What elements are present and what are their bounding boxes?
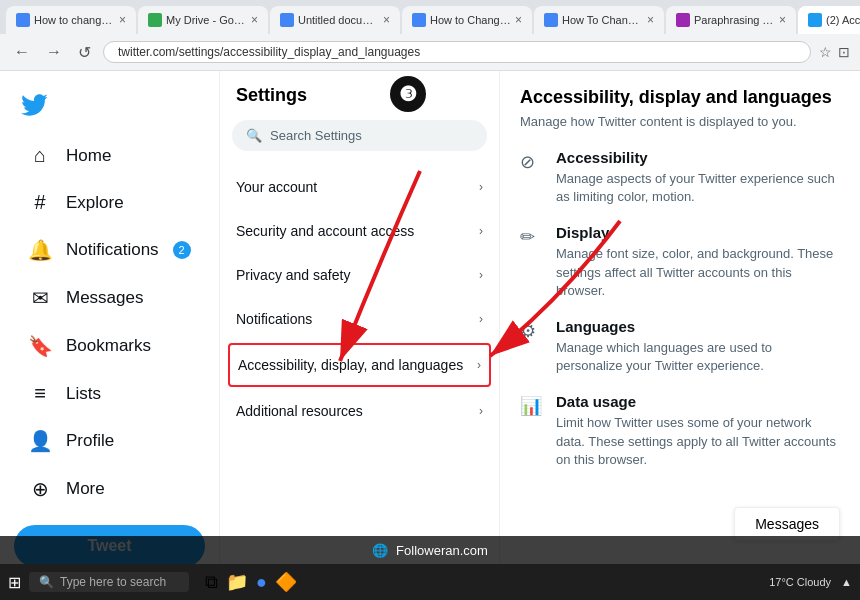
section-desc-display: Manage font size, color, and background.…: [556, 245, 840, 300]
taskbar-up-arrow[interactable]: ▲: [841, 576, 852, 588]
messages-icon: ✉: [28, 286, 52, 310]
home-icon: ⌂: [28, 144, 52, 167]
sidebar-item-more[interactable]: ⊕ More: [8, 467, 211, 511]
settings-panel: Settings 🔍 Search Settings Your account …: [220, 71, 500, 600]
right-content-panel: Accessibility, display and languages Man…: [500, 71, 860, 600]
notifications-icon: 🔔: [28, 238, 52, 262]
extension-icons: ☆⊡: [819, 44, 850, 60]
section-title-languages: Languages: [556, 318, 840, 335]
sidebar-item-notifications[interactable]: 🔔 Notifications 2: [8, 228, 211, 272]
taskbar-right: 17°C Cloudy ▲: [769, 576, 852, 588]
taskbar-pinned-icons: ⧉ 📁 ● 🔶: [205, 571, 297, 593]
taskbar-weather: 17°C Cloudy: [769, 576, 831, 588]
chevron-right-icon: ›: [479, 224, 483, 238]
sidebar-item-messages[interactable]: ✉ Messages: [8, 276, 211, 320]
watermark-text: Followeran.com: [396, 543, 488, 558]
chevron-right-icon: ›: [479, 404, 483, 418]
taskbar-search[interactable]: 🔍 Type here to search: [29, 572, 189, 592]
file-explorer-icon[interactable]: 📁: [226, 571, 248, 593]
tab-4[interactable]: How to Change ... ×: [402, 6, 532, 34]
section-title-accessibility: Accessibility: [556, 149, 840, 166]
settings-title: Settings: [220, 85, 499, 120]
display-section[interactable]: ✏ Display Manage font size, color, and b…: [520, 224, 840, 300]
display-icon: ✏: [520, 226, 542, 248]
tab-3[interactable]: Untitled docume... ×: [270, 6, 400, 34]
taskbar: ⊞ 🔍 Type here to search ⧉ 📁 ● 🔶 17°C Clo…: [0, 564, 860, 600]
twitter-logo[interactable]: [0, 81, 219, 132]
settings-item-security[interactable]: Security and account access ›: [220, 209, 499, 253]
sidebar-item-bookmarks[interactable]: 🔖 Bookmarks: [8, 324, 211, 368]
left-sidebar: ⌂ Home # Explore 🔔 Notifications 2 ✉ Mes…: [0, 71, 220, 600]
globe-icon: 🌐: [372, 543, 388, 558]
tab-1[interactable]: How to change t... ×: [6, 6, 136, 34]
data-usage-section[interactable]: 📊 Data usage Limit how Twitter uses some…: [520, 393, 840, 469]
tab-5[interactable]: How To Change... ×: [534, 6, 664, 34]
search-settings[interactable]: 🔍 Search Settings: [232, 120, 487, 151]
settings-item-notifications[interactable]: Notifications ›: [220, 297, 499, 341]
chevron-right-icon: ›: [477, 358, 481, 372]
languages-section[interactable]: ⚙ Languages Manage which languages are u…: [520, 318, 840, 375]
taskview-icon[interactable]: ⧉: [205, 572, 218, 593]
back-button[interactable]: ←: [10, 41, 34, 63]
chevron-right-icon: ›: [479, 312, 483, 326]
windows-start-icon[interactable]: ⊞: [8, 573, 21, 592]
sidebar-item-profile[interactable]: 👤 Profile: [8, 419, 211, 463]
search-icon: 🔍: [246, 128, 262, 143]
sidebar-item-home[interactable]: ⌂ Home: [8, 134, 211, 177]
reload-button[interactable]: ↺: [74, 41, 95, 64]
chevron-right-icon: ›: [479, 180, 483, 194]
settings-item-additional[interactable]: Additional resources ›: [220, 389, 499, 433]
section-desc-languages: Manage which languages are used to perso…: [556, 339, 840, 375]
lists-icon: ≡: [28, 382, 52, 405]
settings-item-privacy[interactable]: Privacy and safety ›: [220, 253, 499, 297]
profile-icon: 👤: [28, 429, 52, 453]
search-icon: 🔍: [39, 575, 54, 589]
section-title-display: Display: [556, 224, 840, 241]
data-usage-icon: 📊: [520, 395, 542, 417]
step-badge: ❸: [390, 76, 426, 112]
sidebar-item-explore[interactable]: # Explore: [8, 181, 211, 224]
page-title: Accessibility, display and languages: [520, 87, 840, 108]
settings-item-accessibility[interactable]: Accessibility, display, and languages ›: [228, 343, 491, 387]
watermark-bar: 🌐 Followeran.com: [0, 536, 860, 564]
accessibility-section[interactable]: ⊘ Accessibility Manage aspects of your T…: [520, 149, 840, 206]
address-bar[interactable]: [103, 41, 811, 63]
forward-button[interactable]: →: [42, 41, 66, 63]
bookmarks-icon: 🔖: [28, 334, 52, 358]
chevron-right-icon: ›: [479, 268, 483, 282]
notification-badge: 2: [173, 241, 191, 259]
chrome-icon[interactable]: ●: [256, 572, 267, 593]
accessibility-icon: ⊘: [520, 151, 542, 173]
app-icon-1[interactable]: 🔶: [275, 571, 297, 593]
tab-7-active[interactable]: (2) Accessibility,... ×: [798, 6, 860, 34]
explore-icon: #: [28, 191, 52, 214]
tab-6[interactable]: Paraphrasing To... ×: [666, 6, 796, 34]
section-desc-data-usage: Limit how Twitter uses some of your netw…: [556, 414, 840, 469]
section-title-data-usage: Data usage: [556, 393, 840, 410]
more-icon: ⊕: [28, 477, 52, 501]
languages-icon: ⚙: [520, 320, 542, 342]
tab-2[interactable]: My Drive - Googl... ×: [138, 6, 268, 34]
section-desc-accessibility: Manage aspects of your Twitter experienc…: [556, 170, 840, 206]
page-subtitle: Manage how Twitter content is displayed …: [520, 114, 840, 129]
settings-item-your-account[interactable]: Your account ›: [220, 165, 499, 209]
sidebar-item-lists[interactable]: ≡ Lists: [8, 372, 211, 415]
